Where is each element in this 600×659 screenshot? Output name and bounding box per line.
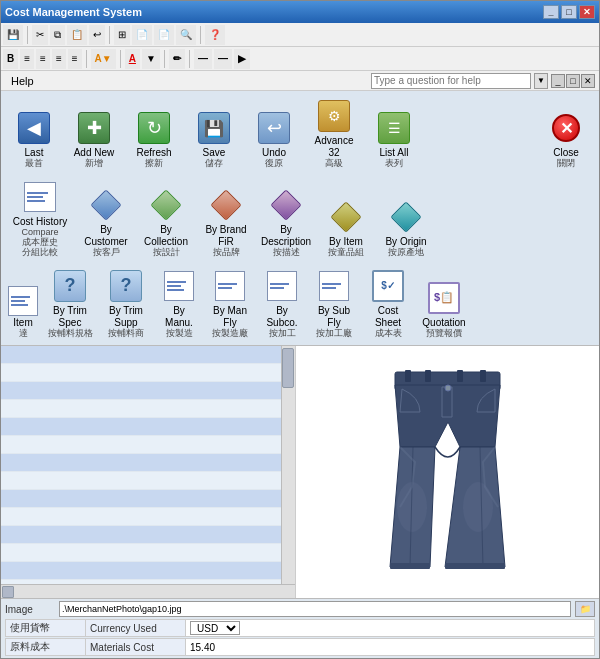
menubar-help[interactable]: Help (5, 74, 40, 88)
tb-more2[interactable]: ― (214, 49, 232, 69)
item-icon (7, 285, 39, 317)
tb-align-center[interactable]: ≡ (36, 49, 50, 69)
list-all-button[interactable]: ☰ List All 表列 (365, 107, 423, 172)
hscroll-thumb[interactable] (2, 586, 14, 598)
toolbar-row2: B ≡ ≡ ≡ ≡ A▼ A ▼ ✏ ― ― ▶ (1, 47, 599, 71)
list-scrollbar[interactable] (281, 346, 295, 584)
list-item[interactable] (1, 562, 295, 580)
cost-sheet-button[interactable]: $✓ Cost Sheet 成本表 (361, 265, 415, 342)
by-origin-button[interactable]: By Origin 按原產地 (377, 196, 435, 261)
minimize-button[interactable]: _ (543, 5, 559, 19)
by-collection-button[interactable]: By Collection 按設計 (137, 184, 195, 261)
list-item[interactable] (1, 544, 295, 562)
main-content (1, 346, 599, 598)
icon-row-1: ◀ Last 最首 ✚ Add New 新增 ↻ Refresh 擦新 (5, 95, 595, 172)
item-button[interactable]: Item 達 (5, 282, 41, 342)
help-float-btn[interactable]: □ (566, 74, 580, 88)
data-rows: 使用貨幣 Currency Used USD EUR HKD 原料成本 Mate… (5, 619, 595, 656)
h-scrollbar[interactable] (1, 584, 295, 598)
tb-more1[interactable]: ― (194, 49, 212, 69)
tb-extra1[interactable]: ⊞ (114, 25, 130, 45)
close-window-button[interactable]: ✕ (579, 5, 595, 19)
tb-align-justify[interactable]: ≡ (68, 49, 82, 69)
by-trim-supp-button[interactable]: ? By Trim Supp 按輔料商 (99, 265, 153, 342)
cost-history-icon (22, 179, 58, 215)
refresh-button[interactable]: ↻ Refresh 擦新 (125, 107, 183, 172)
list-item[interactable] (1, 526, 295, 544)
tb-cut[interactable]: ✂ (32, 25, 48, 45)
add-new-button[interactable]: ✚ Add New 新增 (65, 107, 123, 172)
last-button[interactable]: ◀ Last 最首 (5, 107, 63, 172)
tb-align-left[interactable]: ≡ (20, 49, 34, 69)
list-item[interactable] (1, 472, 295, 490)
list-item[interactable] (1, 364, 295, 382)
window-title: Cost Management System (5, 6, 142, 18)
svg-rect-4 (480, 370, 486, 382)
tb-paste[interactable]: 📋 (67, 25, 87, 45)
list-item[interactable] (1, 346, 295, 364)
by-manu-icon (161, 268, 197, 304)
image-path-display: .\MerchanNetPhoto\gap10.jpg (59, 601, 571, 617)
title-bar: Cost Management System _ □ ✕ (1, 1, 599, 23)
main-window: Cost Management System _ □ ✕ 💾 ✂ ⧉ 📋 ↩ ⊞… (0, 0, 600, 659)
by-brand-button[interactable]: By Brand FiR 按品牌 (197, 184, 255, 261)
list-item[interactable] (1, 580, 295, 584)
by-sub-fly-button[interactable]: By Sub Fly 按加工廠 (309, 265, 359, 342)
tb-undo2[interactable]: ↩ (89, 25, 105, 45)
help-minimize-btn[interactable]: _ (551, 74, 565, 88)
help-dropdown-btn[interactable]: ▼ (534, 73, 548, 89)
list-item[interactable] (1, 382, 295, 400)
image-browse-button[interactable]: 📁 (575, 601, 595, 617)
tb-extra3[interactable]: 📄 (154, 25, 174, 45)
refresh-icon: ↻ (136, 110, 172, 146)
currency-value[interactable]: USD EUR HKD (186, 620, 594, 636)
materials-label-cn: 原料成本 (6, 639, 86, 655)
tb-extra4[interactable]: 🔍 (176, 25, 196, 45)
tb-font-color[interactable]: A (125, 49, 140, 69)
by-customer-button[interactable]: By Customer 按客戶 (77, 184, 135, 261)
svg-rect-2 (425, 370, 431, 382)
list-item[interactable] (1, 508, 295, 526)
tb-copy[interactable]: ⧉ (50, 25, 65, 45)
by-item-icon (328, 199, 364, 235)
tb-highlight[interactable]: A▼ (91, 49, 116, 69)
list-item[interactable] (1, 490, 295, 508)
by-subco-button[interactable]: By Subco. 按加工 (257, 265, 307, 342)
image-label: Image (5, 604, 55, 615)
list-rows (1, 346, 295, 584)
tb-bold[interactable]: B (3, 49, 18, 69)
list-item[interactable] (1, 418, 295, 436)
by-manu-button[interactable]: By Manu. 按製造 (155, 265, 203, 342)
list-item[interactable] (1, 454, 295, 472)
tb-font-color2[interactable]: ▼ (142, 49, 160, 69)
help-search-input[interactable] (371, 73, 531, 89)
tb-extra2[interactable]: 📄 (132, 25, 152, 45)
tb-extra5[interactable]: ❓ (205, 25, 225, 45)
by-item-button[interactable]: By Item 按童品組 (317, 196, 375, 261)
by-description-button[interactable]: By Description 按描述 (257, 184, 315, 261)
by-man-fly-button[interactable]: By Man Fly 按製造廠 (205, 265, 255, 342)
save-button[interactable]: 💾 Save 儲存 (185, 107, 243, 172)
undo-button[interactable]: ↩ Undo 復原 (245, 107, 303, 172)
svg-rect-1 (405, 370, 411, 382)
currency-select[interactable]: USD EUR HKD (190, 621, 240, 635)
by-sub-fly-icon (316, 268, 352, 304)
maximize-button[interactable]: □ (561, 5, 577, 19)
by-man-fly-icon (212, 268, 248, 304)
svg-point-11 (445, 385, 451, 391)
tb-save-btn[interactable]: 💾 (3, 25, 23, 45)
list-item[interactable] (1, 400, 295, 418)
advance-button[interactable]: ⚙ Advance 32 高級 (305, 95, 363, 172)
scroll-thumb[interactable] (282, 348, 294, 388)
tb-pen[interactable]: ✏ (169, 49, 185, 69)
list-item[interactable] (1, 436, 295, 454)
quotation-button[interactable]: $📋 Quotation 預覽報價 (417, 277, 471, 342)
close-button[interactable]: ✕ Close 關閉 (537, 107, 595, 172)
by-trim-spec-button[interactable]: ? By Trim Spec 按輔料規格 (43, 265, 97, 342)
cost-history-button[interactable]: Cost History Compare 成本歷史 分組比較 (5, 176, 75, 261)
help-close-btn[interactable]: ✕ (581, 74, 595, 88)
tb-align-right[interactable]: ≡ (52, 49, 66, 69)
left-panel (1, 346, 296, 598)
by-trim-spec-icon: ? (52, 268, 88, 304)
tb-more3[interactable]: ▶ (234, 49, 250, 69)
